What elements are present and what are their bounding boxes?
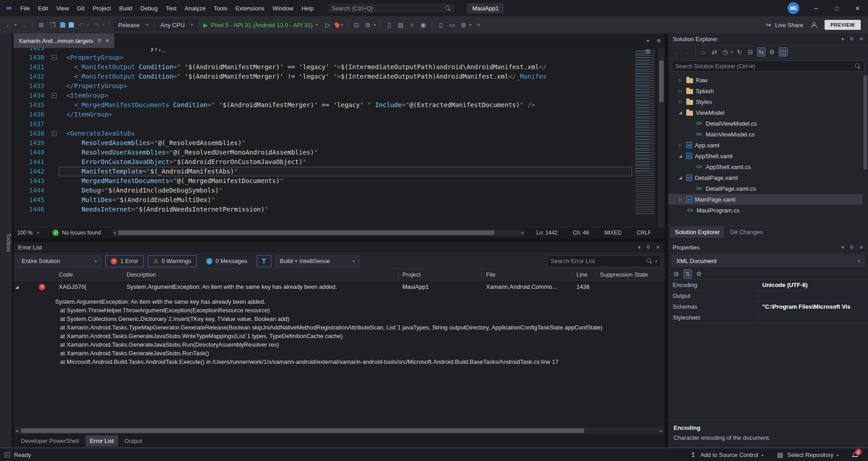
tree-item-mauiprogram-cs[interactable]: C#MauiProgram.cs xyxy=(668,205,868,216)
expander-expanded-icon[interactable]: ◢ xyxy=(677,154,684,158)
fold-margin[interactable] xyxy=(49,148,59,157)
code-line[interactable]: 1435 <_MergedManifestDocuments Condition… xyxy=(14,100,632,110)
property-row-encoding[interactable]: EncodingUnicode (UTF-8) xyxy=(668,280,868,291)
sync-with-active-document-icon[interactable]: ⇆ xyxy=(757,47,765,56)
fold-margin[interactable] xyxy=(49,72,59,81)
sidebar-tab-git-changes[interactable]: Git Changes xyxy=(726,226,767,238)
navigate-forward-icon[interactable]: → xyxy=(20,22,28,28)
error-code[interactable]: XAGJS70( xyxy=(55,283,123,290)
back-icon[interactable]: ← xyxy=(672,49,680,55)
menu-file[interactable]: File xyxy=(16,3,34,14)
fold-margin[interactable] xyxy=(49,110,59,119)
selected-object-dropdown[interactable]: XML Document ▾ xyxy=(672,255,864,267)
fold-margin[interactable] xyxy=(49,119,59,129)
device-landscape-icon[interactable]: ▭ xyxy=(448,22,456,28)
column-header-blank[interactable] xyxy=(37,271,55,278)
menu-test[interactable]: Test xyxy=(162,3,181,14)
fold-margin[interactable] xyxy=(49,176,59,186)
code-line[interactable]: 1434− <ItemGroup> xyxy=(14,91,632,100)
tree-item-mainpage-xaml[interactable]: ▷<>MainPage.xaml xyxy=(668,194,868,205)
preview-selected-items-icon[interactable]: ◫ xyxy=(779,47,788,56)
chevron-down-icon[interactable]: ▾ xyxy=(87,23,90,27)
quick-search-box[interactable] xyxy=(328,3,455,14)
close-button[interactable]: ✕ xyxy=(847,0,868,16)
chevron-down-icon[interactable]: ▾ xyxy=(374,23,376,27)
tree-scrollbar-thumb[interactable] xyxy=(863,75,867,169)
code-line[interactable]: 1439 ResolvedAssemblies="@(_ResolvedAsse… xyxy=(14,138,632,148)
tree-item-appshell-xaml[interactable]: ◢<>AppShell.xaml xyxy=(668,151,868,161)
menu-edit[interactable]: Edit xyxy=(34,3,52,14)
navigate-backward-icon[interactable]: ← xyxy=(5,22,13,28)
property-row-output[interactable]: Output xyxy=(668,291,868,301)
editor-options-icon[interactable]: ⚙ xyxy=(653,33,665,48)
scope-dropdown[interactable]: Entire Solution▾ xyxy=(17,255,101,267)
performance-profiler-icon[interactable] xyxy=(334,22,340,28)
panel-tab-developer-powershell[interactable]: Developer PowerShell xyxy=(16,435,84,447)
expander-expanded-icon[interactable]: ◢ xyxy=(677,175,684,180)
document-tab[interactable]: Xamarin.And...mmon.targets ⚲ ✕ xyxy=(14,33,114,48)
collapse-all-icon[interactable]: ⊟ xyxy=(746,49,755,55)
fold-margin[interactable] xyxy=(49,138,59,148)
select-repository-button[interactable]: ▤ Select Repository ▴ xyxy=(776,452,839,458)
minimap[interactable] xyxy=(632,48,658,227)
configuration-dropdown[interactable]: Release▾ xyxy=(114,19,153,31)
column-header-line[interactable]: Line xyxy=(573,271,596,278)
alphabetical-icon[interactable]: ⇅ xyxy=(684,269,692,278)
menu-window[interactable]: Window xyxy=(269,3,297,14)
column-header-suppression-state[interactable]: Suppression State xyxy=(596,271,665,278)
issues-indicator[interactable]: ✓ No issues found xyxy=(52,230,101,236)
chevron-down-icon[interactable]: ▾ xyxy=(102,23,104,27)
close-panel-icon[interactable]: ✕ xyxy=(859,245,863,250)
properties-icon[interactable]: ⚙ xyxy=(768,49,776,55)
save-all-icon[interactable] xyxy=(69,22,74,28)
fold-collapse-icon[interactable]: − xyxy=(52,55,57,60)
panel-tab-output[interactable]: Output xyxy=(120,435,146,447)
scrollbar-track[interactable] xyxy=(19,428,659,434)
column-header-description[interactable]: Description xyxy=(123,271,399,278)
errors-filter-button[interactable]: ✕ 1 Error xyxy=(105,255,144,267)
pending-changes-filter-icon[interactable]: ◷ xyxy=(721,49,729,55)
code-line[interactable]: 1437 xyxy=(14,119,632,129)
code-line[interactable]: 1443 MergedManifestDocuments="@(_MergedM… xyxy=(14,176,632,186)
build-intellisense-dropdown[interactable]: Build + IntelliSense▾ xyxy=(275,255,359,267)
fold-margin[interactable] xyxy=(49,48,59,53)
zoom-dropdown[interactable]: 100 % ▾ xyxy=(17,230,47,236)
column-header-file[interactable]: File xyxy=(482,271,573,278)
code-line[interactable]: 1446 NeedsInternet="$(AndroidNeedsIntern… xyxy=(14,205,632,214)
tree-item-detailviewmodel-cs[interactable]: C#DetailViewModel.cs xyxy=(668,118,868,129)
error-expander[interactable]: ◢ xyxy=(15,285,37,289)
messages-filter-button[interactable]: i 0 Messages xyxy=(201,255,253,267)
code-line[interactable]: 1444 Debug="$(AndroidIncludeDebugSymbols… xyxy=(14,186,632,195)
chevron-down-icon[interactable]: ▾ xyxy=(14,23,17,27)
maximize-button[interactable]: □ xyxy=(826,0,847,16)
expander-collapsed-icon[interactable]: ▷ xyxy=(677,89,684,93)
fold-margin[interactable] xyxy=(49,62,59,72)
property-value[interactable]: "C:\Program Files\Microsoft Vis xyxy=(759,301,868,312)
code-line[interactable]: 1436 </ItemGroup> xyxy=(14,110,632,119)
document-outline-icon[interactable]: ≣ xyxy=(459,22,467,28)
minimize-button[interactable]: ─ xyxy=(806,0,826,16)
menu-help[interactable]: Help xyxy=(297,3,318,14)
sdk-manager-icon[interactable]: ⌗ xyxy=(408,22,416,28)
toolbox-side-tab[interactable]: Toolbox xyxy=(0,33,12,447)
column-header-code[interactable]: Code xyxy=(55,271,123,278)
sidebar-tab-solution-explorer[interactable]: Solution Explorer xyxy=(670,226,724,238)
split-editor-handle[interactable] xyxy=(646,50,650,53)
tree-scrollbar[interactable] xyxy=(863,74,868,226)
property-row-stylesheet[interactable]: Stylesheet xyxy=(668,312,868,323)
horizontal-scrollbar-track[interactable] xyxy=(117,230,521,236)
line-ending-mixed-indicator[interactable]: MIXED xyxy=(604,230,622,236)
fold-collapse-icon[interactable]: − xyxy=(52,131,57,136)
solution-explorer-search-box[interactable] xyxy=(672,61,864,72)
code-line[interactable]: 1430− <PropertyGroup> xyxy=(14,53,632,62)
code-pane[interactable]: 1429 y);_1430− <PropertyGroup>1431 <_Man… xyxy=(14,48,632,227)
column-header-blank[interactable] xyxy=(14,271,37,278)
chevron-down-icon[interactable]: ▾ xyxy=(469,23,472,27)
close-panel-icon[interactable]: ✕ xyxy=(656,245,660,250)
fold-margin[interactable] xyxy=(49,100,59,110)
chevron-down-icon[interactable]: ▾ xyxy=(731,50,733,54)
property-value[interactable] xyxy=(759,312,868,323)
pin-icon[interactable]: ⚲ xyxy=(97,38,101,44)
scroll-left-arrow-icon[interactable]: ◂ xyxy=(113,230,117,235)
chevron-down-icon[interactable]: ▾ xyxy=(341,23,343,27)
